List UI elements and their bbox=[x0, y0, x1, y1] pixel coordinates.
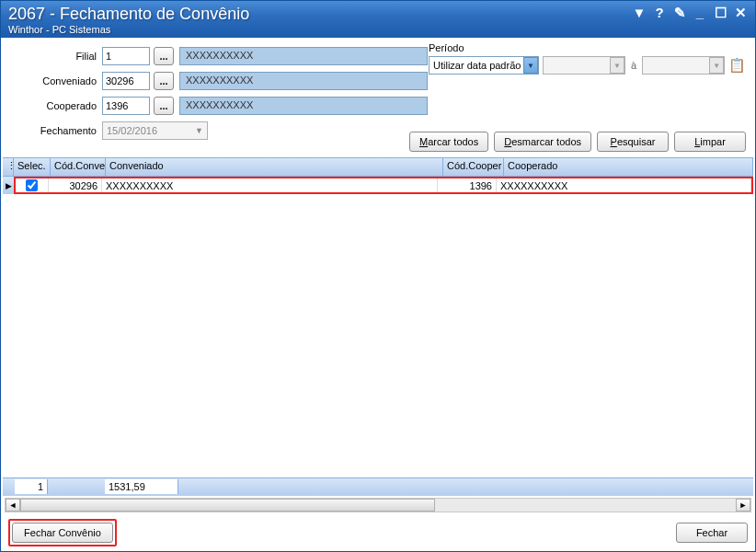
chevron-down-icon: ▼ bbox=[610, 57, 624, 74]
chevron-down-icon[interactable]: ▼ bbox=[523, 57, 538, 74]
conveniado-label: Conveniado bbox=[10, 75, 102, 86]
limpar-button[interactable]: Limpar bbox=[674, 132, 746, 152]
filial-browse-button[interactable]: ... bbox=[154, 47, 174, 65]
cooperado-label: Cooperado bbox=[10, 100, 102, 111]
window-subtitle: Winthor - PC Sistemas bbox=[8, 24, 748, 35]
footer-count: 1 bbox=[15, 479, 48, 494]
col-conveniado[interactable]: Conveniado bbox=[106, 158, 443, 176]
maximize-icon[interactable]: ☐ bbox=[713, 5, 727, 21]
results-grid: ⋮ Selec. Cód.Conver Conveniado Cód.Coope… bbox=[3, 157, 753, 514]
row-conveniado: XXXXXXXXXX bbox=[102, 178, 438, 192]
col-cod-conver[interactable]: Cód.Conver bbox=[51, 158, 106, 176]
close-icon[interactable]: ✕ bbox=[733, 5, 748, 21]
dropdown-icon[interactable]: ▼ bbox=[632, 5, 647, 21]
row-indicator-icon: ▶ bbox=[3, 177, 14, 194]
cooperado-browse-button[interactable]: ... bbox=[154, 97, 174, 115]
edit-icon[interactable]: ✎ bbox=[672, 5, 687, 21]
row-conveniado: Conveniado ... XXXXXXXXXX bbox=[10, 72, 746, 90]
select-checkbox[interactable] bbox=[26, 179, 38, 191]
title-bar: 2067 - Fechamento de Convênio Winthor - … bbox=[1, 1, 755, 38]
periodo-legend: Período bbox=[429, 42, 746, 53]
footer-total: 1531,59 bbox=[105, 479, 178, 494]
periodo-group: Período Utilizar data padrão ▼ ▼ à ▼ bbox=[429, 42, 746, 75]
calendar-icon: 📋 bbox=[728, 57, 745, 74]
content-area: Filial ... XXXXXXXXXX Conveniado ... XXX… bbox=[1, 38, 755, 551]
periodo-a-label: à bbox=[629, 60, 638, 71]
periodo-row: Utilizar data padrão ▼ ▼ à ▼ 📋 bbox=[429, 56, 746, 75]
conveniado-display: XXXXXXXXXX bbox=[179, 72, 428, 90]
col-cod-cooper[interactable]: Cód.Cooper bbox=[443, 158, 504, 176]
grid-footer: 1 1531,59 bbox=[3, 477, 753, 496]
row-cooperado: XXXXXXXXXX bbox=[497, 178, 751, 192]
window-controls: ▼ ? ✎ _ ☐ ✕ bbox=[632, 5, 748, 21]
footer-bar: Fechar Convênio Fechar bbox=[1, 514, 755, 551]
cooperado-display: XXXXXXXXXX bbox=[179, 97, 428, 115]
filial-input[interactable] bbox=[102, 47, 150, 65]
grid-header: ⋮ Selec. Cód.Conver Conveniado Cód.Coope… bbox=[3, 158, 753, 177]
minimize-icon[interactable]: _ bbox=[693, 5, 707, 21]
grid-body: ▶ 30296 XXXXXXXXXX 1396 XXXXXXXXXX bbox=[3, 177, 753, 477]
action-buttons: Marcar todos Desmarcar todos Pesquisar L… bbox=[409, 132, 746, 152]
col-cooperado[interactable]: Cooperado bbox=[504, 158, 753, 176]
horizontal-scrollbar[interactable]: ◄ ► bbox=[5, 498, 751, 512]
periodo-end-date: ▼ bbox=[642, 56, 725, 75]
scroll-left-icon[interactable]: ◄ bbox=[6, 499, 20, 512]
row-cod-conver: 30296 bbox=[49, 178, 102, 192]
row-cooperado: Cooperado ... XXXXXXXXXX bbox=[10, 97, 746, 115]
periodo-mode-combo[interactable]: Utilizar data padrão ▼ bbox=[429, 56, 539, 75]
fechar-button[interactable]: Fechar bbox=[676, 523, 748, 543]
fechamento-label: Fechamento bbox=[10, 125, 102, 136]
periodo-start-date: ▼ bbox=[543, 56, 625, 75]
grid-columns-icon[interactable]: ⋮ bbox=[3, 158, 14, 176]
chevron-down-icon: ▼ bbox=[709, 57, 724, 74]
fechar-convenio-button[interactable]: Fechar Convênio bbox=[12, 523, 113, 543]
marcar-todos-button[interactable]: Marcar todos bbox=[409, 132, 488, 152]
desmarcar-todos-button[interactable]: Desmarcar todos bbox=[494, 132, 591, 152]
fechar-convenio-highlight: Fechar Convênio bbox=[8, 519, 117, 546]
form-area: Filial ... XXXXXXXXXX Conveniado ... XXX… bbox=[1, 38, 755, 154]
chevron-down-icon: ▼ bbox=[195, 126, 203, 135]
fechamento-date: 15/02/2016 ▼ bbox=[102, 121, 208, 140]
scroll-right-icon[interactable]: ► bbox=[736, 499, 750, 512]
periodo-mode-value: Utilizar data padrão bbox=[433, 60, 521, 71]
conveniado-input[interactable] bbox=[102, 72, 150, 90]
cooperado-input[interactable] bbox=[102, 97, 150, 115]
row-cod-cooper: 1396 bbox=[438, 178, 497, 192]
scroll-thumb[interactable] bbox=[20, 499, 435, 512]
conveniado-browse-button[interactable]: ... bbox=[154, 72, 174, 90]
help-icon[interactable]: ? bbox=[652, 5, 667, 21]
filial-display: XXXXXXXXXX bbox=[179, 47, 428, 65]
filial-label: Filial bbox=[10, 51, 102, 62]
col-selec[interactable]: Selec. bbox=[14, 158, 51, 176]
table-row[interactable]: 30296 XXXXXXXXXX 1396 XXXXXXXXXX bbox=[14, 177, 753, 194]
main-window: 2067 - Fechamento de Convênio Winthor - … bbox=[0, 0, 756, 552]
row-checkbox[interactable] bbox=[16, 178, 49, 192]
scroll-track[interactable] bbox=[20, 499, 736, 512]
pesquisar-button[interactable]: Pesquisar bbox=[597, 132, 669, 152]
fechamento-value: 15/02/2016 bbox=[107, 125, 157, 136]
